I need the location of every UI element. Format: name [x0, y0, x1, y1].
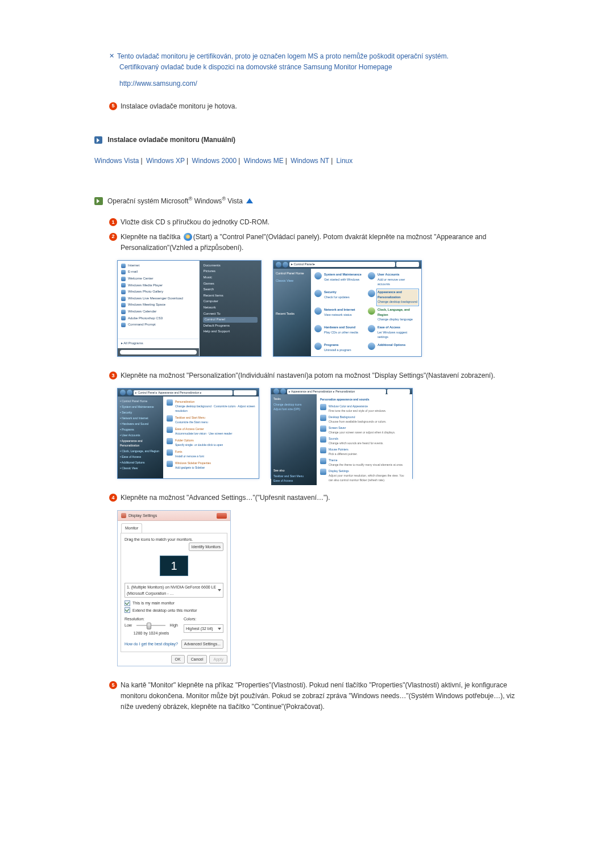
startmenu-right-item[interactable]: Pictures: [203, 269, 258, 274]
apply-button[interactable]: Apply: [209, 655, 227, 663]
advanced-settings-button[interactable]: Advanced Settings...: [181, 640, 223, 648]
link-windows-xp[interactable]: Windows XP: [146, 157, 185, 165]
appearance-sidebar-item[interactable]: • User Accounts: [120, 433, 161, 437]
appearance-sidebar-item[interactable]: • Control Panel Home: [120, 399, 161, 403]
startmenu-item[interactable]: Adobe Photoshop CS3: [121, 316, 196, 322]
samsung-url-link[interactable]: http://www.samsung.com/: [119, 80, 197, 87]
control-panel-category[interactable]: Additional Options: [368, 343, 418, 353]
section-arrow-icon: [94, 136, 102, 144]
colors-dropdown[interactable]: Highest (32 bit): [184, 624, 223, 633]
step-number-1-icon: 1: [109, 218, 117, 226]
appearance-main-item[interactable]: FontsInstall or remove a font: [167, 449, 255, 458]
startmenu-right-item[interactable]: Search: [203, 287, 258, 293]
personalization-sidebar-item[interactable]: Change desktop icons: [273, 402, 314, 407]
appearance-main-item[interactable]: Folder OptionsSpecify single- or double-…: [167, 438, 255, 447]
appearance-main-item[interactable]: PersonalizationChange desktop background…: [167, 399, 255, 413]
best-display-help-link[interactable]: How do I get the best display?: [125, 641, 178, 647]
control-panel-category[interactable]: Network and InternetView network status: [314, 307, 364, 323]
step5-top-text: Instalace ovladače monitoru je hotova.: [121, 101, 529, 112]
personalization-main-item[interactable]: ThemeChange the theme to modify many vis…: [320, 458, 409, 467]
startmenu-right-item[interactable]: Recent Items: [203, 293, 258, 299]
link-windows-vista[interactable]: Windows Vista: [94, 157, 139, 165]
section-heading: Instalace ovladače monitoru (Manuální): [94, 135, 529, 145]
startmenu-item[interactable]: Windows Calendar: [121, 309, 196, 315]
start-orb-icon: [184, 233, 192, 241]
collapse-up-icon[interactable]: [246, 198, 253, 203]
startmenu-right-item[interactable]: Computer: [203, 299, 258, 304]
appearance-sidebar-item[interactable]: • Ease of Access: [120, 454, 161, 459]
appearance-sidebar-item[interactable]: • Additional Options: [120, 460, 161, 465]
personalization-main-item[interactable]: Desktop BackgroundChoose from available …: [320, 415, 409, 424]
startmenu-item[interactable]: Windows Live Messenger Download: [121, 296, 196, 302]
link-linux[interactable]: Linux: [337, 157, 353, 165]
startmenu-item[interactable]: Welcome Center: [121, 276, 196, 282]
startmenu-right-item[interactable]: Network: [203, 305, 258, 311]
control-panel-category[interactable]: SecurityCheck for updates: [314, 290, 364, 305]
appearance-sidebar-item[interactable]: • System and Maintenance: [120, 404, 161, 409]
personalization-main-item[interactable]: Screen SaverChange your screen saver or …: [320, 425, 409, 435]
dialog-title: Display Settings: [128, 512, 157, 519]
link-windows-2000[interactable]: Windows 2000: [192, 157, 237, 165]
personalization-main-item[interactable]: Display SettingsAdjust your monitor reso…: [320, 469, 409, 482]
resolution-value: 1280 by 1024 pixels: [125, 630, 178, 636]
personalization-main-item[interactable]: SoundsChange which sounds are heard for …: [320, 436, 409, 445]
appearance-sidebar-item[interactable]: • Classic View: [120, 466, 161, 470]
ok-button[interactable]: OK: [171, 655, 185, 663]
control-panel-category[interactable]: System and MaintenanceGet started with W…: [314, 272, 364, 287]
control-panel-category[interactable]: Appearance and PersonalizationChange des…: [368, 290, 418, 305]
appearance-sidebar-item[interactable]: • Clock, Language, and Region: [120, 449, 161, 453]
startmenu-right-item[interactable]: Connect To: [203, 311, 258, 317]
personalization-seealso-item[interactable]: Ease of Access: [273, 478, 314, 483]
startmenu-right-item[interactable]: Help and Support: [203, 329, 258, 335]
personalization-sidebar-item[interactable]: Adjust font size (DPI): [273, 407, 314, 411]
step3-text: Klepněte na možnost "Personalization"(In…: [121, 370, 529, 381]
startmenu-right-item[interactable]: Control Panel: [203, 317, 258, 323]
appearance-sidebar-item[interactable]: • Security: [120, 410, 161, 415]
chk-main-monitor[interactable]: This is my main monitor: [125, 600, 223, 606]
startmenu-item[interactable]: Windows Meeting Space: [121, 302, 196, 308]
os-expand-icon[interactable]: [94, 197, 103, 205]
step-number-5-icon: 5: [109, 102, 117, 110]
close-icon[interactable]: [217, 513, 227, 519]
control-panel-category[interactable]: User AccountsAdd or remove user accounts: [368, 272, 418, 287]
screenshot-personalization: ▸ Appearance and Personalization ▸ Perso…: [271, 388, 413, 479]
startmenu-item[interactable]: Windows Photo Gallery: [121, 289, 196, 295]
step4-text: Klepněte na možnost "Advanced Settings…"…: [121, 493, 529, 503]
appearance-main-item[interactable]: Ease of Access CenterAccommodate low vis…: [167, 427, 255, 436]
resolution-slider[interactable]: [136, 625, 165, 626]
monitor-1-icon[interactable]: 1: [160, 556, 188, 576]
chk-extend-desktop[interactable]: Extend the desktop onto this monitor: [125, 607, 223, 614]
section-title-text: Instalace ovladače monitoru (Manuální): [107, 136, 235, 144]
monitor-dropdown[interactable]: 1. (Multiple Monitors) on NVIDIA GeForce…: [125, 583, 223, 598]
control-panel-category[interactable]: Hardware and SoundPlay CDs or other medi…: [314, 325, 364, 340]
control-panel-category[interactable]: Ease of AccessLet Windows suggest settin…: [368, 325, 418, 340]
startmenu-item[interactable]: Windows Media Player: [121, 283, 196, 289]
control-panel-category[interactable]: ProgramsUninstall a program: [314, 343, 364, 353]
note-text-1: Tento ovladač monitoru je certifikován, …: [117, 51, 529, 62]
screenshot-appearance: ▸ Control Panel ▸ Appearance and Persona…: [117, 388, 259, 479]
startmenu-right-item[interactable]: Documents: [203, 263, 258, 269]
appearance-main-item[interactable]: Taskbar and Start MenuCustomize the Star…: [167, 415, 255, 424]
control-panel-category[interactable]: Clock, Language, and RegionChange displa…: [368, 307, 418, 323]
startmenu-right-item[interactable]: Music: [203, 275, 258, 281]
startmenu-item[interactable]: Command Prompt: [121, 322, 196, 328]
tab-monitor[interactable]: Monitor: [121, 523, 142, 532]
link-windows-me[interactable]: Windows ME: [244, 157, 284, 165]
startmenu-item[interactable]: Internet: [121, 263, 196, 269]
step-number-2-icon: 2: [109, 233, 117, 241]
appearance-main-item[interactable]: Windows Sidebar PropertiesAdd gadgets to…: [167, 461, 255, 470]
identify-monitors-button[interactable]: Identify Monitors: [189, 542, 223, 551]
startmenu-right-item[interactable]: Games: [203, 281, 258, 287]
personalization-main-item[interactable]: Mouse PointersPick a different pointer.: [320, 447, 409, 456]
monitor-preview[interactable]: 1: [137, 551, 211, 581]
appearance-sidebar-item[interactable]: • Appearance and Personalization: [120, 439, 161, 448]
personalization-main-item[interactable]: Window Color and AppearanceFine tune the…: [320, 404, 409, 413]
appearance-sidebar-item[interactable]: • Network and Internet: [120, 416, 161, 420]
startmenu-right-item[interactable]: Default Programs: [203, 323, 258, 329]
cancel-button[interactable]: Cancel: [187, 655, 208, 663]
personalization-seealso-item[interactable]: Taskbar and Start Menu: [273, 474, 314, 478]
appearance-sidebar-item[interactable]: • Programs: [120, 427, 161, 432]
startmenu-item[interactable]: E-mail: [121, 269, 196, 275]
link-windows-nt[interactable]: Windows NT: [291, 157, 329, 165]
appearance-sidebar-item[interactable]: • Hardware and Sound: [120, 422, 161, 426]
